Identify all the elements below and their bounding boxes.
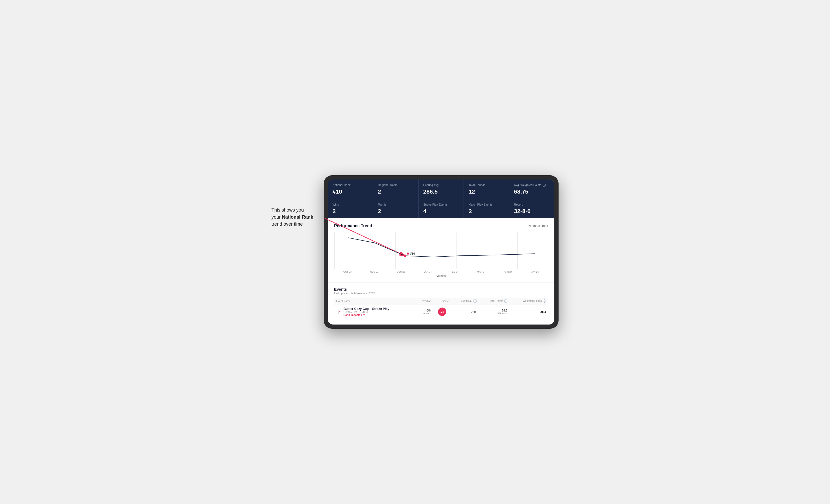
score-badge: -22: [438, 308, 446, 316]
event-sg-info-icon[interactable]: i: [474, 300, 477, 303]
stat-avg-weighted-value: 68.75: [514, 188, 550, 195]
page-wrapper: This shows you your National Rank trend …: [272, 175, 558, 329]
annotation-line2: your: [272, 214, 282, 220]
stat-regional-rank-label: Regional Rank: [378, 183, 414, 187]
month-oct23: OCT 23: [334, 271, 361, 273]
performance-header: Performance Trend National Rank: [334, 224, 548, 228]
month-feb24: FEB 24: [441, 271, 468, 273]
event-sg-cell: 0.45: [451, 304, 478, 319]
annotation-bold: National Rank: [282, 214, 313, 220]
stat-top3s: Top 3s 2: [373, 199, 418, 219]
stat-top3s-value: 2: [378, 208, 414, 215]
event-rank-impact: Rank Impact: 3 ▼: [344, 313, 389, 316]
month-may24: MAY 24: [521, 271, 548, 273]
total-points-cell: 28.3 3 Rounds: [479, 304, 510, 319]
events-table: Event Name Position Score Event SG i Tot…: [334, 298, 548, 319]
event-position-sub: out of 7: [417, 312, 431, 315]
stat-scoring-avg-value: 286.5: [423, 188, 459, 195]
event-name-text: Buster Cozy Cup – Stroke Play: [344, 307, 389, 311]
stat-national-rank: National Rank #10: [328, 179, 373, 199]
tablet-screen: National Rank #10 Regional Rank 2 Scorin…: [328, 179, 554, 325]
rank-marker: #10: [407, 252, 415, 255]
stat-national-rank-label: National Rank: [332, 183, 368, 187]
national-rank-label: National Rank: [529, 224, 548, 228]
rank-direction-icon: ▼: [363, 313, 365, 316]
stat-stroke-play: Stroke Play Events 4: [419, 199, 464, 219]
stat-national-rank-value: #10: [332, 188, 368, 195]
annotation: This shows you your National Rank trend …: [272, 207, 313, 228]
annotation-line1: This shows you: [272, 207, 304, 212]
events-title: Events: [334, 287, 548, 292]
chart-dot: [404, 255, 406, 257]
stat-total-rounds-value: 12: [469, 188, 504, 195]
stat-scoring-avg: Scoring Avg. 286.5: [419, 179, 464, 199]
weighted-points-value: 28.3: [541, 310, 546, 313]
svg-marker-4: [339, 310, 341, 312]
chart-months: OCT 23 NOV 23 DEC 23 JAN 24 FEB 24 MAR 2…: [334, 271, 548, 273]
stat-regional-rank-value: 2: [378, 188, 414, 195]
chart-area: #10 OCT 23 NOV 23 DEC 23 JAN 24 FEB 24 M…: [334, 232, 548, 277]
performance-section: Performance Trend National Rank: [328, 219, 554, 282]
stat-stroke-play-label: Stroke Play Events: [423, 203, 459, 206]
month-apr24: APR 24: [494, 271, 521, 273]
chart-line: [348, 238, 535, 257]
col-position: Position: [414, 298, 433, 304]
chart-x-label: Months: [334, 274, 548, 277]
col-total-points: Total Points i: [479, 298, 510, 304]
tablet-frame: National Rank #10 Regional Rank 2 Scorin…: [324, 175, 558, 329]
month-nov23: NOV 23: [361, 271, 388, 273]
annotation-line3: trend over time: [272, 222, 303, 227]
event-name-inner: Buster Cozy Cup – Stroke Play Oct 9 – Oc…: [336, 307, 412, 316]
stats-header-row1: National Rank #10 Regional Rank 2 Scorin…: [328, 179, 554, 199]
performance-title: Performance Trend: [334, 224, 372, 228]
stat-record-label: Record: [514, 203, 550, 206]
events-subtitle: Last updated: 24th November 2023: [334, 292, 548, 295]
stats-header-row2: Wins 2 Top 3s 2 Stroke Play Events 4 Mat…: [328, 199, 554, 219]
stat-total-rounds-label: Total Rounds: [469, 183, 504, 187]
events-table-header: Event Name Position Score Event SG i Tot…: [334, 298, 548, 304]
stat-wins: Wins 2: [328, 199, 373, 219]
events-section: Events Last updated: 24th November 2023 …: [328, 282, 554, 325]
stat-total-rounds: Total Rounds 12: [464, 179, 509, 199]
svg-rect-3: [339, 310, 339, 313]
events-table-body: Buster Cozy Cup – Stroke Play Oct 9 – Oc…: [334, 304, 548, 319]
month-mar24: MAR 24: [468, 271, 495, 273]
stat-wins-value: 2: [332, 208, 368, 215]
stat-scoring-avg-label: Scoring Avg.: [423, 183, 459, 187]
stat-record-value: 32-8-0: [514, 208, 550, 215]
stat-avg-weighted-points: Avg. Weighted Points i 68.75: [509, 179, 554, 199]
event-score-cell: -22: [433, 304, 451, 319]
stat-match-play-value: 2: [469, 208, 504, 215]
weighted-points-info-icon[interactable]: i: [543, 300, 546, 303]
total-points-sub: 3 Rounds: [481, 312, 508, 314]
col-event-sg: Event SG i: [451, 298, 478, 304]
stat-wins-label: Wins: [332, 203, 368, 206]
event-name-cell: Buster Cozy Cup – Stroke Play Oct 9 – Oc…: [334, 304, 414, 319]
month-jan24: JAN 24: [414, 271, 441, 273]
total-points-info-icon[interactable]: i: [504, 300, 507, 303]
col-weighted-points: Weighted Points i: [509, 298, 548, 304]
rank-marker-value: #10: [410, 252, 415, 255]
stat-stroke-play-value: 4: [423, 208, 459, 215]
stat-regional-rank: Regional Rank 2: [373, 179, 418, 199]
stat-record: Record 32-8-0: [509, 199, 554, 219]
col-event-name: Event Name: [334, 298, 414, 304]
chart-container: #10: [334, 232, 548, 269]
month-dec23: DEC 23: [388, 271, 414, 273]
stat-avg-weighted-label: Avg. Weighted Points i: [514, 183, 550, 187]
stat-match-play-label: Match Play Events: [469, 203, 504, 206]
stat-top3s-label: Top 3s: [378, 203, 414, 206]
event-info: Buster Cozy Cup – Stroke Play Oct 9 – Oc…: [344, 307, 389, 316]
total-points-value: 28.3: [481, 309, 508, 312]
event-position-cell: 6th out of 7: [414, 304, 433, 319]
event-date: Oct 9 – Oct 10, 2023: [344, 311, 389, 313]
rank-dot: [407, 253, 409, 255]
weighted-points-cell: 28.3: [509, 304, 548, 319]
table-row: Buster Cozy Cup – Stroke Play Oct 9 – Oc…: [334, 304, 548, 319]
chart-svg: [334, 232, 548, 269]
col-score: Score: [433, 298, 451, 304]
event-position-value: 6th: [417, 309, 431, 312]
info-icon[interactable]: i: [543, 183, 546, 187]
stat-match-play: Match Play Events 2: [464, 199, 509, 219]
golf-flag-icon: [336, 309, 341, 314]
